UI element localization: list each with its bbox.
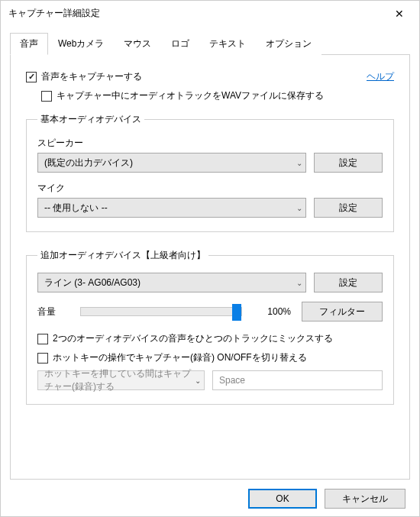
volume-value: 100% — [253, 306, 291, 317]
extra-device-settings-button[interactable]: 設定 — [314, 273, 383, 292]
basic-audio-legend: 基本オーディオデバイス — [37, 113, 144, 126]
mic-label: マイク — [37, 182, 383, 195]
mic-settings-button[interactable]: 設定 — [314, 198, 383, 218]
tab-text[interactable]: テキスト — [199, 33, 256, 55]
content-area: 音声 Webカメラ マウス ロゴ テキスト オプション 音声をキャプチャーする … — [1, 26, 419, 480]
chevron-down-icon: ⌄ — [195, 376, 201, 385]
basic-audio-group: 基本オーディオデバイス スピーカー (既定の出力デバイス) ⌄ 設定 マイク -… — [26, 113, 394, 232]
capture-audio-checkbox[interactable] — [26, 72, 37, 82]
cancel-button[interactable]: キャンセル — [325, 489, 405, 509]
mic-select-value: -- 使用しない -- — [44, 202, 108, 215]
chevron-down-icon: ⌄ — [296, 279, 302, 287]
titlebar: キャプチャー詳細設定 ✕ — [1, 1, 419, 26]
ok-button[interactable]: OK — [248, 489, 317, 509]
advanced-audio-group: 追加オーディオデバイス【上級者向け】 ライン (3- AG06/AG03) ⌄ … — [26, 249, 394, 405]
hotkey-toggle-row: ホットキーの操作でキャプチャー(録音) ON/OFFを切り替える — [37, 351, 383, 364]
mix-row: 2つのオーディオデバイスの音声をひとつのトラックにミックスする — [37, 332, 383, 345]
hotkey-toggle-label: ホットキーの操作でキャプチャー(録音) ON/OFFを切り替える — [53, 351, 307, 364]
hotkey-mode-value: ホットキーを押している間はキャプチャー(録音)する — [44, 367, 195, 393]
speaker-label: スピーカー — [37, 137, 383, 150]
tab-audio[interactable]: 音声 — [10, 33, 48, 55]
mix-label: 2つのオーディオデバイスの音声をひとつのトラックにミックスする — [53, 332, 333, 345]
dialog-window: キャプチャー詳細設定 ✕ 音声 Webカメラ マウス ロゴ テキスト オプション… — [0, 0, 420, 517]
hotkey-config-row: ホットキーを押している間はキャプチャー(録音)する ⌄ Space — [37, 370, 383, 390]
hotkey-key-value: Space — [219, 375, 245, 386]
help-link[interactable]: ヘルプ — [367, 70, 394, 83]
speaker-select-value: (既定の出力デバイス) — [44, 157, 133, 170]
speaker-row: (既定の出力デバイス) ⌄ 設定 — [37, 153, 383, 173]
tabpanel-audio: 音声をキャプチャーする ヘルプ キャプチャー中にオーディオトラックをWAVファイ… — [10, 55, 410, 480]
capture-audio-row: 音声をキャプチャーする ヘルプ — [26, 70, 394, 83]
volume-label: 音量 — [37, 305, 69, 318]
hotkey-key-field: Space — [212, 370, 383, 390]
hotkey-mode-select: ホットキーを押している間はキャプチャー(録音)する ⌄ — [37, 370, 205, 390]
tab-mouse[interactable]: マウス — [114, 33, 161, 55]
save-wav-checkbox[interactable] — [41, 91, 52, 102]
speaker-select[interactable]: (既定の出力デバイス) ⌄ — [37, 153, 306, 173]
filter-button[interactable]: フィルター — [302, 302, 383, 322]
capture-audio-label: 音声をキャプチャーする — [41, 70, 142, 83]
window-title: キャプチャー詳細設定 — [8, 7, 100, 20]
volume-row: 音量 100% フィルター — [37, 302, 383, 322]
volume-slider-thumb[interactable] — [232, 304, 241, 321]
mic-row: -- 使用しない -- ⌄ 設定 — [37, 198, 383, 218]
dialog-footer: OK キャンセル — [1, 480, 419, 517]
tab-logo[interactable]: ロゴ — [161, 33, 199, 55]
volume-slider[interactable] — [80, 307, 242, 316]
extra-device-select-value: ライン (3- AG06/AG03) — [44, 276, 141, 289]
mic-select[interactable]: -- 使用しない -- ⌄ — [37, 198, 306, 218]
advanced-audio-legend: 追加オーディオデバイス【上級者向け】 — [37, 249, 208, 262]
chevron-down-icon: ⌄ — [296, 204, 302, 212]
extra-device-select[interactable]: ライン (3- AG06/AG03) ⌄ — [37, 273, 306, 292]
chevron-down-icon: ⌄ — [296, 159, 302, 167]
close-icon[interactable]: ✕ — [389, 8, 410, 20]
speaker-settings-button[interactable]: 設定 — [314, 153, 383, 173]
extra-device-row: ライン (3- AG06/AG03) ⌄ 設定 — [37, 273, 383, 292]
tab-option[interactable]: オプション — [256, 33, 321, 55]
tab-strip: 音声 Webカメラ マウス ロゴ テキスト オプション — [10, 32, 410, 55]
tab-webcam[interactable]: Webカメラ — [48, 33, 114, 55]
hotkey-toggle-checkbox[interactable] — [37, 353, 48, 364]
save-wav-row: キャプチャー中にオーディオトラックをWAVファイルに保存する — [41, 89, 394, 102]
save-wav-label: キャプチャー中にオーディオトラックをWAVファイルに保存する — [57, 89, 324, 102]
mix-checkbox[interactable] — [37, 334, 48, 344]
